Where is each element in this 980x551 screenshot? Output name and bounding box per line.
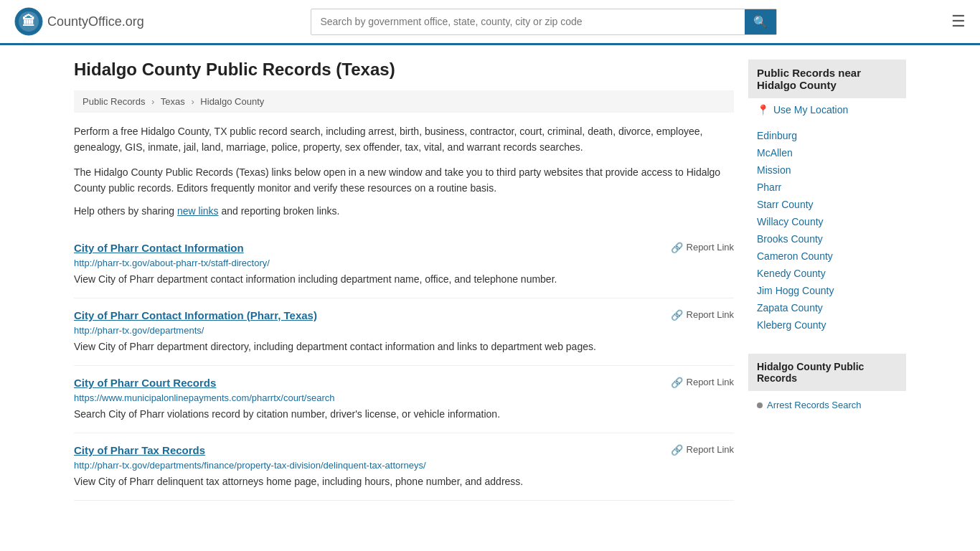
- list-item[interactable]: Kenedy County: [748, 265, 906, 282]
- list-item[interactable]: Kleberg County: [748, 316, 906, 334]
- nearby-link[interactable]: Brooks County: [757, 233, 823, 245]
- list-item[interactable]: McAllen: [748, 144, 906, 161]
- result-item: City of Pharr Contact Information 🔗 Repo…: [74, 231, 734, 298]
- search-button[interactable]: 🔍: [745, 9, 776, 34]
- result-description: View City of Pharr department contact in…: [74, 272, 734, 287]
- result-header: City of Pharr Contact Information (Pharr…: [74, 309, 734, 321]
- records-section: Hidalgo County Public Records Arrest Rec…: [748, 354, 906, 419]
- bullet-icon: [757, 402, 763, 408]
- list-item[interactable]: Arrest Records Search: [748, 397, 906, 413]
- list-item[interactable]: Zapata County: [748, 299, 906, 316]
- nearby-list: EdinburgMcAllenMissionPharrStarr CountyW…: [748, 121, 906, 339]
- nearby-link[interactable]: McAllen: [757, 147, 793, 159]
- list-item[interactable]: Mission: [748, 161, 906, 179]
- result-title[interactable]: City of Pharr Contact Information (Pharr…: [74, 309, 317, 321]
- breadcrumb-texas[interactable]: Texas: [161, 96, 185, 107]
- result-item: City of Pharr Tax Records 🔗 Report Link …: [74, 433, 734, 501]
- use-location-button[interactable]: 📍 Use My Location: [748, 98, 906, 121]
- breadcrumb-public-records[interactable]: Public Records: [83, 96, 145, 107]
- result-url[interactable]: http://pharr-tx.gov/about-pharr-tx/staff…: [74, 258, 734, 268]
- nearby-link[interactable]: Kleberg County: [757, 319, 826, 331]
- list-item[interactable]: Edinburg: [748, 127, 906, 144]
- report-label: Report Link: [687, 309, 734, 320]
- content-area: Hidalgo County Public Records (Texas) Pu…: [74, 60, 734, 501]
- logo-text: CountyOffice.org: [47, 14, 144, 29]
- page-title: Hidalgo County Public Records (Texas): [74, 60, 734, 80]
- list-item[interactable]: Cameron County: [748, 248, 906, 265]
- nearby-link[interactable]: Mission: [757, 164, 791, 176]
- location-pin-icon: 📍: [757, 104, 769, 116]
- result-url[interactable]: https://www.municipalonlinepayments.com/…: [74, 392, 734, 403]
- list-item[interactable]: Pharr: [748, 179, 906, 196]
- list-item[interactable]: Jim Hogg County: [748, 282, 906, 299]
- result-description: View City of Pharr delinquent tax attorn…: [74, 474, 734, 489]
- result-title[interactable]: City of Pharr Court Records: [74, 377, 216, 389]
- nearby-link[interactable]: Jim Hogg County: [757, 285, 834, 296]
- records-list: Arrest Records Search: [748, 391, 906, 419]
- main-container: Hidalgo County Public Records (Texas) Pu…: [60, 45, 920, 515]
- report-label: Report Link: [687, 377, 734, 387]
- report-link-button[interactable]: 🔗 Report Link: [671, 444, 734, 456]
- result-header: City of Pharr Court Records 🔗 Report Lin…: [74, 377, 734, 389]
- logo-icon: 🏛: [14, 7, 43, 36]
- list-item[interactable]: Willacy County: [748, 213, 906, 230]
- report-icon: 🔗: [671, 242, 683, 253]
- result-item: City of Pharr Court Records 🔗 Report Lin…: [74, 366, 734, 433]
- report-label: Report Link: [687, 242, 734, 253]
- report-link-button[interactable]: 🔗 Report Link: [671, 242, 734, 253]
- share-text: Help others by sharing new links and rep…: [74, 205, 734, 217]
- use-location-label: Use My Location: [773, 104, 848, 116]
- description-1: Perform a free Hidalgo County, TX public…: [74, 123, 734, 156]
- nearby-link[interactable]: Willacy County: [757, 216, 824, 227]
- results-list: City of Pharr Contact Information 🔗 Repo…: [74, 231, 734, 501]
- result-description: View City of Pharr department directory,…: [74, 339, 734, 354]
- result-title[interactable]: City of Pharr Tax Records: [74, 444, 205, 456]
- records-header: Hidalgo County Public Records: [748, 354, 906, 391]
- result-title[interactable]: City of Pharr Contact Information: [74, 242, 244, 254]
- result-url[interactable]: http://pharr-tx.gov/departments/finance/…: [74, 460, 734, 471]
- report-link-button[interactable]: 🔗 Report Link: [671, 309, 734, 321]
- sidebar: Public Records near Hidalgo County 📍 Use…: [748, 60, 906, 501]
- menu-icon[interactable]: ☰: [951, 12, 966, 31]
- svg-text:🏛: 🏛: [22, 14, 35, 29]
- breadcrumb: Public Records › Texas › Hidalgo County: [74, 90, 734, 113]
- nearby-link[interactable]: Zapata County: [757, 302, 823, 314]
- report-label: Report Link: [687, 444, 734, 455]
- nearby-link[interactable]: Pharr: [757, 182, 781, 193]
- nearby-link[interactable]: Starr County: [757, 199, 814, 210]
- list-item[interactable]: Starr County: [748, 196, 906, 213]
- new-links-link[interactable]: new links: [177, 205, 219, 217]
- search-input[interactable]: [311, 10, 745, 33]
- site-header: 🏛 CountyOffice.org 🔍 ☰: [0, 0, 980, 45]
- logo-name: CountyOffice: [47, 14, 122, 29]
- nearby-link[interactable]: Cameron County: [757, 250, 833, 262]
- result-url[interactable]: http://pharr-tx.gov/departments/: [74, 325, 734, 336]
- search-bar[interactable]: 🔍: [311, 9, 777, 35]
- breadcrumb-hidalgo-county[interactable]: Hidalgo County: [200, 96, 264, 107]
- list-item[interactable]: Brooks County: [748, 230, 906, 248]
- nearby-section: Public Records near Hidalgo County 📍 Use…: [748, 60, 906, 339]
- nearby-link[interactable]: Edinburg: [757, 130, 797, 141]
- records-link[interactable]: Arrest Records Search: [767, 400, 862, 410]
- result-description: Search City of Pharr violations record b…: [74, 407, 734, 422]
- nearby-header: Public Records near Hidalgo County: [748, 60, 906, 98]
- report-icon: 🔗: [671, 377, 683, 388]
- result-header: City of Pharr Tax Records 🔗 Report Link: [74, 444, 734, 456]
- description-2: The Hidalgo County Public Records (Texas…: [74, 164, 734, 197]
- result-item: City of Pharr Contact Information (Pharr…: [74, 298, 734, 366]
- logo[interactable]: 🏛 CountyOffice.org: [14, 7, 144, 36]
- report-link-button[interactable]: 🔗 Report Link: [671, 377, 734, 388]
- nearby-link[interactable]: Kenedy County: [757, 268, 826, 279]
- report-icon: 🔗: [671, 309, 683, 321]
- report-icon: 🔗: [671, 444, 683, 456]
- result-header: City of Pharr Contact Information 🔗 Repo…: [74, 242, 734, 254]
- logo-suffix: .org: [122, 14, 144, 29]
